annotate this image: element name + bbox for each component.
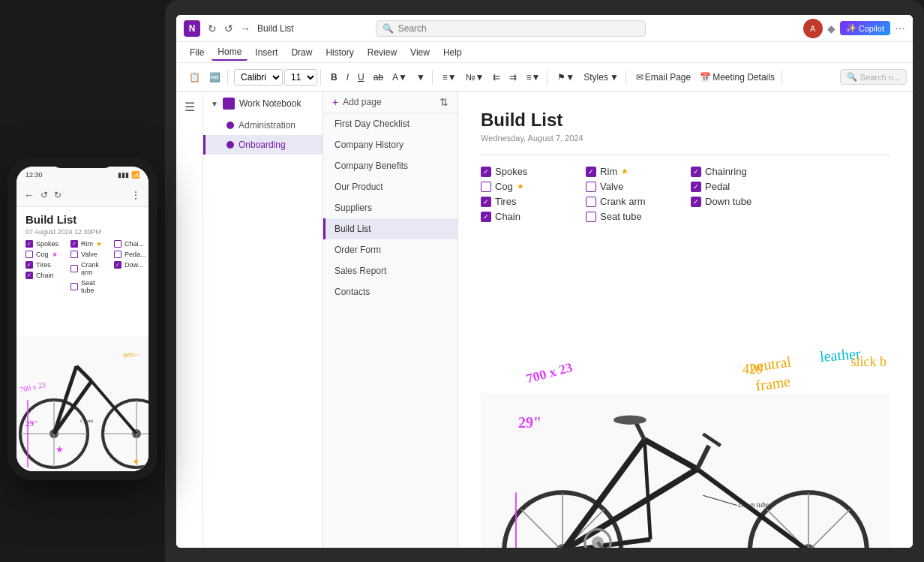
phone-page-title: Build List <box>16 207 148 228</box>
svg-point-22 <box>614 415 646 424</box>
numbered-list-button[interactable]: №▼ <box>462 70 488 85</box>
phone-chai-cb[interactable] <box>114 240 122 248</box>
menu-item-insert[interactable]: Insert <box>249 45 284 60</box>
page-item-contacts[interactable]: Contacts <box>323 281 458 302</box>
phone-check-rim: ✓ Rim ★ <box>70 240 102 248</box>
menu-item-view[interactable]: View <box>404 45 436 60</box>
chain-label: Chain <box>495 211 520 222</box>
indent-decrease-button[interactable]: ⇇ <box>489 70 504 85</box>
pedal-checkbox[interactable]: ✓ <box>691 182 701 192</box>
spokes-checkbox[interactable]: ✓ <box>481 167 491 177</box>
email-icon: ✉ <box>636 72 644 83</box>
font-size-select[interactable]: 11 <box>284 69 317 86</box>
undo-button[interactable]: ↺ <box>223 23 235 35</box>
bullet-list-button[interactable]: ≡▼ <box>439 70 460 85</box>
search-input[interactable] <box>398 23 639 34</box>
sort-icon[interactable]: ⇅ <box>440 96 448 108</box>
redo-button[interactable]: → <box>239 23 251 35</box>
copilot-label: Copilot <box>859 24 884 33</box>
phone-chain-cb[interactable]: ✓ <box>26 272 33 279</box>
phone-check-tires: ✓ Tires <box>26 261 58 269</box>
page-item-sales-report[interactable]: Sales Report <box>323 260 458 281</box>
phone-redo-icon[interactable]: ↻ <box>54 190 62 200</box>
page-item-our-product[interactable]: Our Product <box>323 176 458 197</box>
check-item-cog: Cog ★ <box>481 181 563 192</box>
add-page-icon: + <box>332 96 338 108</box>
page-item-company-benefits[interactable]: Company Benefits <box>323 155 458 176</box>
menu-item-help[interactable]: Help <box>437 45 468 60</box>
italic-button[interactable]: I <box>343 70 352 85</box>
phone-check-peda: Peda... <box>114 251 146 258</box>
phone-seat-cb[interactable] <box>70 283 78 290</box>
phone-peda-cb[interactable] <box>114 251 122 258</box>
crank-arm-checkbox[interactable] <box>586 197 596 207</box>
phone-tires-cb[interactable]: ✓ <box>26 261 33 269</box>
pedal-label: Pedal <box>705 181 730 192</box>
phone-rim-cb[interactable]: ✓ <box>70 240 78 248</box>
section-item-admin[interactable]: Administration <box>203 116 322 135</box>
back-button[interactable]: ↻ <box>206 23 218 35</box>
menu-item-review[interactable]: Review <box>362 45 403 60</box>
font-family-select[interactable]: Calibri <box>234 69 283 86</box>
add-page-button[interactable]: + Add page <box>332 96 382 108</box>
rim-checkbox[interactable]: ✓ <box>586 167 596 177</box>
down-tube-checkbox[interactable]: ✓ <box>691 197 701 207</box>
phone-valve-cb[interactable] <box>70 251 78 258</box>
valve-checkbox[interactable] <box>586 182 596 192</box>
menu-item-history[interactable]: History <box>320 45 359 60</box>
highlight-button[interactable]: ▼ <box>412 70 429 85</box>
checklist-col-1: ✓ Spokes Cog ★ ✓ <box>481 166 563 222</box>
paste-button[interactable]: 📋 <box>185 70 204 85</box>
checklist-col-3: ✓ Chainring ✓ Pedal ✓ Do <box>691 166 773 222</box>
page-item-suppliers[interactable]: Suppliers <box>323 197 458 218</box>
chainring-checkbox[interactable]: ✓ <box>691 167 701 177</box>
font-color-button[interactable]: A▼ <box>388 70 411 85</box>
phone-more-icon[interactable]: ⋮ <box>130 189 141 201</box>
email-page-button[interactable]: ✉ Email Page <box>632 70 694 85</box>
chain-checkbox[interactable]: ✓ <box>481 212 491 222</box>
tag-button[interactable]: ⚑▼ <box>554 70 578 85</box>
strikethrough-button[interactable]: ab <box>370 70 387 85</box>
cog-checkbox[interactable] <box>481 182 491 192</box>
phone-crank-cb[interactable] <box>70 265 78 272</box>
check-item-rim: ✓ Rim ★ <box>586 166 668 177</box>
check-item-seat-tube: Seat tube <box>586 211 668 222</box>
align-button[interactable]: ≡▼ <box>522 70 544 85</box>
copilot-button[interactable]: ✨ Copilot <box>840 21 890 35</box>
meeting-details-button[interactable]: 📅 Meeting Details <box>696 70 778 85</box>
phone-dow-cb[interactable]: ✓ <box>114 261 122 269</box>
page-item-order-form[interactable]: Order Form <box>323 239 458 260</box>
bold-button[interactable]: B <box>327 70 341 85</box>
bike-svg: ★ ★ Chain Down tube <box>481 339 890 548</box>
underline-button[interactable]: U <box>354 70 368 85</box>
menu-item-draw[interactable]: Draw <box>285 45 318 60</box>
spokes-label: Spokes <box>495 166 527 177</box>
notebook-header[interactable]: ▼ Work Notebook <box>203 92 322 116</box>
phone-shell: 12:30 ▮▮▮ 📶 ← ↺ ↻ ⋮ Build List 07 August… <box>8 158 158 480</box>
page-item-first-day[interactable]: First Day Checklist <box>323 113 458 134</box>
styles-button[interactable]: Styles ▼ <box>580 70 622 85</box>
phone-time: 12:30 <box>26 171 43 179</box>
phone-status-bar: 12:30 ▮▮▮ 📶 <box>16 167 148 183</box>
menu-item-file[interactable]: File <box>184 45 210 60</box>
menu-item-home[interactable]: Home <box>212 44 248 61</box>
right-search-bar[interactable]: 🔍 Search n... <box>840 69 907 85</box>
hamburger-icon[interactable]: ☰ <box>181 98 199 116</box>
tires-checkbox[interactable]: ✓ <box>481 197 491 207</box>
admin-section-label: Administration <box>238 120 296 131</box>
format-painter-button[interactable]: 🆓 <box>206 70 224 85</box>
down-tube-label: Down tube <box>705 196 752 207</box>
notebook-name: Work Notebook <box>239 98 301 109</box>
page-item-company-history[interactable]: Company History <box>323 134 458 155</box>
title-search-bar[interactable]: 🔍 <box>376 20 646 37</box>
phone-undo-icon[interactable]: ↺ <box>40 190 48 200</box>
seat-tube-checkbox[interactable] <box>586 212 596 222</box>
phone-spokes-cb[interactable]: ✓ <box>26 240 33 248</box>
phone-back-icon[interactable]: ← <box>24 189 34 201</box>
section-item-onboarding[interactable]: Onboarding <box>203 135 322 155</box>
phone-cog-cb[interactable] <box>26 251 33 258</box>
indent-increase-button[interactable]: ⇉ <box>506 70 520 85</box>
valve-label: Valve <box>600 181 624 192</box>
page-item-build-list[interactable]: Build List <box>323 218 458 239</box>
page-date: Wednesday, August 7, 2024 <box>481 134 890 143</box>
